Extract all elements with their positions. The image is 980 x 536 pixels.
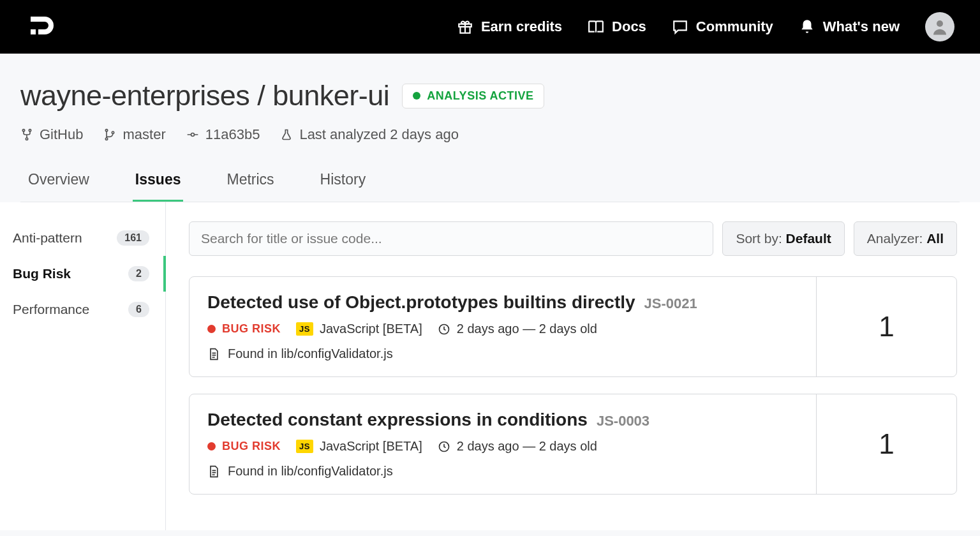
fork-icon <box>20 128 33 141</box>
meta-value: master <box>122 126 165 143</box>
issue-title: Detected constant expressions in conditi… <box>207 410 588 430</box>
nav-earn-credits[interactable]: Earn credits <box>457 19 562 35</box>
issue-code: JS-0021 <box>644 295 697 312</box>
issue-count: 1 <box>816 277 956 376</box>
status-text: ANALYSIS ACTIVE <box>427 89 533 103</box>
topbar: Earn credits Docs Community What's new <box>0 0 980 54</box>
issue-card[interactable]: Detected use of Object.prototypes builti… <box>189 276 957 377</box>
count-badge: 2 <box>128 266 149 281</box>
risk-dot-icon <box>207 442 216 450</box>
logo-icon <box>26 11 56 42</box>
gift-icon <box>457 19 473 35</box>
repo-title-row: wayne-enterprises / bunker-ui ANALYSIS A… <box>20 79 960 112</box>
meta-value: Last analyzed 2 days ago <box>299 126 459 143</box>
sidebar-item-label: Anti-pattern <box>13 230 82 246</box>
toolbar: Sort by: Default Analyzer: All <box>189 221 957 256</box>
sidebar-item-label: Performance <box>13 302 89 317</box>
sort-button[interactable]: Sort by: Default <box>722 221 844 256</box>
svg-point-3 <box>22 130 24 131</box>
js-badge-icon: JS <box>296 440 313 453</box>
user-icon <box>930 17 949 36</box>
issue-code: JS-0003 <box>597 413 650 429</box>
main: Sort by: Default Analyzer: All Detected … <box>166 202 980 530</box>
book-icon <box>588 19 604 35</box>
issue-language: JSJavaScript [BETA] <box>296 439 422 454</box>
tab-history[interactable]: History <box>318 171 369 202</box>
issue-body: Detected use of Object.prototypes builti… <box>189 277 816 376</box>
sort-value: Default <box>786 231 831 246</box>
file-icon <box>207 347 220 361</box>
sidebar-item-performance[interactable]: Performance6 <box>0 292 166 327</box>
avatar[interactable] <box>925 12 954 41</box>
issue-card[interactable]: Detected constant expressions in conditi… <box>189 394 957 495</box>
sidebar-item-label: Bug Risk <box>13 266 71 281</box>
svg-point-7 <box>106 138 108 140</box>
file-icon <box>207 465 220 479</box>
issue-count: 1 <box>816 394 956 494</box>
svg-point-5 <box>26 138 27 140</box>
issue-found-in: Found in lib/configValidator.js <box>207 464 798 479</box>
risk-label: BUG RISK <box>207 440 281 453</box>
analyzer-button[interactable]: Analyzer: All <box>854 221 957 256</box>
issue-time: 2 days ago — 2 days old <box>438 322 597 336</box>
svg-point-6 <box>106 130 108 131</box>
clock-icon <box>438 440 450 453</box>
svg-point-4 <box>29 130 31 131</box>
tab-issues[interactable]: Issues <box>133 171 184 202</box>
tab-metrics[interactable]: Metrics <box>224 171 276 202</box>
analyzer-label: Analyzer: <box>867 231 926 246</box>
topnav: Earn credits Docs Community What's new <box>457 12 954 41</box>
svg-point-9 <box>191 133 194 137</box>
meta-value: 11a63b5 <box>205 126 260 143</box>
status-badge: ANALYSIS ACTIVE <box>402 84 544 108</box>
meta-value: GitHub <box>40 126 83 143</box>
tab-overview[interactable]: Overview <box>26 171 92 202</box>
issue-time: 2 days ago — 2 days old <box>438 439 597 454</box>
nav-docs[interactable]: Docs <box>588 19 646 35</box>
issue-body: Detected constant expressions in conditi… <box>189 394 816 494</box>
repo-path: wayne-enterprises / bunker-ui <box>20 79 389 112</box>
sidebar: Anti-pattern161Bug Risk2Performance6 <box>0 202 166 530</box>
clock-icon <box>438 323 450 336</box>
nav-label: Earn credits <box>481 19 562 35</box>
sidebar-item-anti-pattern[interactable]: Anti-pattern161 <box>0 220 166 256</box>
flask-icon <box>280 128 293 141</box>
tabs: OverviewIssuesMetricsHistory <box>20 171 960 202</box>
meta-last-analyzed: Last analyzed 2 days ago <box>280 126 459 143</box>
chat-icon <box>672 19 688 35</box>
status-dot-icon <box>413 92 420 100</box>
commit-icon <box>186 128 199 141</box>
count-badge: 161 <box>117 230 149 246</box>
meta-row: GitHub master 11a63b5 Last analyzed 2 da… <box>20 126 960 143</box>
count-badge: 6 <box>128 302 149 317</box>
nav-label: What's new <box>823 19 900 35</box>
meta-provider[interactable]: GitHub <box>20 126 83 143</box>
svg-point-8 <box>112 131 114 133</box>
svg-point-2 <box>937 20 943 27</box>
sort-label: Sort by: <box>736 231 785 246</box>
bell-icon <box>799 19 815 35</box>
content: Anti-pattern161Bug Risk2Performance6 Sor… <box>0 202 980 530</box>
js-badge-icon: JS <box>296 322 313 336</box>
issue-language: JSJavaScript [BETA] <box>296 322 422 336</box>
issue-found-in: Found in lib/configValidator.js <box>207 346 798 361</box>
sidebar-item-bug-risk[interactable]: Bug Risk2 <box>0 256 166 292</box>
nav-whats-new[interactable]: What's new <box>799 19 900 35</box>
branch-icon <box>103 128 116 141</box>
issue-title: Detected use of Object.prototypes builti… <box>207 292 635 313</box>
search-input[interactable] <box>189 221 713 256</box>
risk-dot-icon <box>207 325 216 333</box>
logo[interactable] <box>26 11 56 42</box>
nav-label: Community <box>696 19 773 35</box>
analyzer-value: All <box>926 231 944 246</box>
repo-header: wayne-enterprises / bunker-ui ANALYSIS A… <box>0 54 980 202</box>
nav-label: Docs <box>612 19 646 35</box>
risk-label: BUG RISK <box>207 322 281 336</box>
meta-commit[interactable]: 11a63b5 <box>186 126 260 143</box>
meta-branch[interactable]: master <box>103 126 165 143</box>
nav-community[interactable]: Community <box>672 19 773 35</box>
